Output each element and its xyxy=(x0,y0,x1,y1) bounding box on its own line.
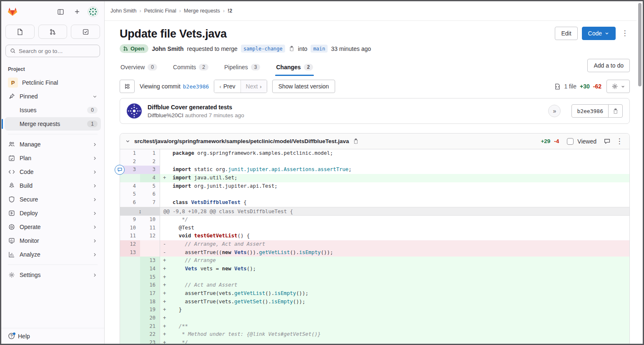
new-line-number[interactable]: 5 xyxy=(140,182,160,191)
expand-commit-details-button[interactable]: » xyxy=(548,105,561,117)
sidebar-item-pinned[interactable]: Pinned xyxy=(5,90,101,103)
copy-file-path-icon[interactable] xyxy=(353,138,359,144)
old-line-number[interactable]: 4 xyxy=(120,182,140,191)
sidebar-item-code[interactable]: Code xyxy=(5,165,101,179)
todo-list-shortcut-button[interactable] xyxy=(71,25,100,39)
next-commit-button[interactable]: Next› xyxy=(241,80,267,93)
copy-sha-icon[interactable] xyxy=(608,105,622,117)
new-line-number[interactable]: 20 xyxy=(140,314,160,322)
tab-pipelines[interactable]: Pipelines3 xyxy=(223,61,261,76)
sidebar-item-issues[interactable]: Issues0 xyxy=(5,103,101,117)
file-browser-toggle-button[interactable] xyxy=(120,80,135,93)
add-comment-bubble-icon[interactable] xyxy=(115,165,125,175)
breadcrumb-item[interactable]: Merge requests xyxy=(184,8,220,14)
merge-requests-shortcut-button[interactable] xyxy=(38,25,68,39)
new-line-number[interactable]: 6 xyxy=(140,190,160,199)
old-line-number[interactable] xyxy=(120,290,140,298)
gitlab-logo[interactable] xyxy=(7,6,18,17)
new-line-number[interactable]: 4 xyxy=(140,174,160,182)
more-actions-kebab[interactable]: ⋮ xyxy=(620,27,630,40)
file-comment-icon[interactable] xyxy=(604,138,611,145)
file-options-kebab[interactable]: ⋮ xyxy=(614,135,624,148)
new-line-number[interactable]: 2 xyxy=(140,158,160,166)
breadcrumb-item[interactable]: Petclinic Final xyxy=(144,8,176,14)
new-line-number[interactable] xyxy=(140,240,160,249)
add-todo-button[interactable]: Add a to do xyxy=(587,59,630,72)
sidebar-item-analyze[interactable]: Analyze xyxy=(5,248,101,261)
old-line-number[interactable] xyxy=(120,281,140,290)
commit-title[interactable]: Diffblue Cover generated tests xyxy=(148,104,542,111)
breadcrumb-item[interactable]: John Smith xyxy=(110,8,137,14)
collapse-file-chevron-icon[interactable] xyxy=(125,139,130,144)
sidebar-item-manage[interactable]: Manage xyxy=(5,138,101,151)
diff-settings-dropdown[interactable] xyxy=(606,80,630,93)
old-line-number[interactable]: 9 xyxy=(120,216,140,224)
user-avatar[interactable] xyxy=(88,6,98,17)
new-line-number[interactable]: 3 xyxy=(140,166,160,174)
sidebar-item-operate[interactable]: Operate xyxy=(5,220,101,234)
mr-author[interactable]: John Smith xyxy=(152,45,183,52)
old-line-number[interactable] xyxy=(120,265,140,273)
commit-author[interactable]: Diffblue%20CI xyxy=(148,112,183,118)
tab-changes[interactable]: Changes2 xyxy=(275,61,314,76)
sidebar-item-build[interactable]: Build xyxy=(5,179,101,192)
new-line-number[interactable]: 10 xyxy=(140,216,160,224)
breadcrumb-item[interactable]: !2 xyxy=(228,8,232,14)
target-branch-badge[interactable]: main xyxy=(311,45,328,53)
old-line-number[interactable] xyxy=(120,257,140,265)
file-path[interactable]: src/test/java/org/springframework/sample… xyxy=(134,138,349,144)
old-line-number[interactable]: 12 xyxy=(120,240,140,249)
issues-shortcut-button[interactable] xyxy=(5,25,35,39)
old-line-number[interactable] xyxy=(120,339,140,344)
copy-branch-icon[interactable] xyxy=(288,45,295,52)
old-line-number[interactable] xyxy=(120,306,140,314)
old-line-number[interactable]: 10 xyxy=(120,224,140,232)
new-line-number[interactable]: 21 xyxy=(140,322,160,331)
new-line-number[interactable]: 15 xyxy=(140,273,160,282)
old-line-number[interactable]: 6 xyxy=(120,199,140,207)
sidebar-item-merge-requests[interactable]: Merge requests1 xyxy=(5,117,101,131)
sidebar-item-help[interactable]: Help xyxy=(1,328,104,344)
tab-overview[interactable]: Overview0 xyxy=(120,61,158,76)
code-dropdown-button[interactable]: Code xyxy=(582,27,616,40)
new-line-number[interactable]: 19 xyxy=(140,306,160,314)
new-line-number[interactable]: 18 xyxy=(140,298,160,306)
show-latest-version-button[interactable]: Show latest version xyxy=(272,80,335,93)
old-line-number[interactable] xyxy=(120,273,140,282)
old-line-number[interactable] xyxy=(120,314,140,322)
new-line-number[interactable]: 16 xyxy=(140,281,160,290)
old-line-number[interactable] xyxy=(120,174,140,182)
sidebar-item-secure[interactable]: Secure xyxy=(5,193,101,206)
new-line-number[interactable]: 7 xyxy=(140,199,160,207)
new-line-number[interactable]: 14 xyxy=(140,265,160,273)
viewed-checkbox[interactable] xyxy=(567,138,574,145)
sidebar-item-monitor[interactable]: Monitor xyxy=(5,234,101,247)
new-line-number[interactable] xyxy=(140,249,160,257)
prev-commit-button[interactable]: ‹Prev xyxy=(214,80,240,93)
old-line-number[interactable]: 11 xyxy=(120,232,140,240)
old-line-number[interactable]: 3 xyxy=(120,166,140,174)
scrollbar-thumb[interactable] xyxy=(638,3,641,86)
old-line-number[interactable]: 1 xyxy=(120,149,140,158)
sidebar-toggle-icon[interactable] xyxy=(54,5,67,18)
tab-commits[interactable]: Commits2 xyxy=(172,61,209,76)
old-line-number[interactable] xyxy=(120,298,140,306)
new-line-number[interactable]: 1 xyxy=(140,149,160,158)
old-line-number[interactable] xyxy=(120,330,140,339)
old-line-number[interactable] xyxy=(120,322,140,331)
viewing-commit-sha-link[interactable]: b2ee3986 xyxy=(183,83,209,90)
sidebar-item-settings[interactable]: Settings xyxy=(5,268,101,282)
new-line-number[interactable]: 22 xyxy=(140,330,160,339)
source-branch-badge[interactable]: sample-change xyxy=(241,45,285,53)
old-line-number[interactable]: 2 xyxy=(120,158,140,166)
old-line-number[interactable]: 5 xyxy=(120,190,140,199)
search-input[interactable]: Search or go to… xyxy=(5,45,100,57)
new-line-number[interactable]: 11 xyxy=(140,224,160,232)
sidebar-item-plan[interactable]: Plan xyxy=(5,151,101,165)
new-line-number[interactable]: 17 xyxy=(140,290,160,298)
new-line-number[interactable]: 12 xyxy=(140,232,160,240)
new-line-number[interactable]: 23 xyxy=(140,339,160,344)
expand-lines-button[interactable]: ↕ xyxy=(120,207,160,216)
sidebar-item-deploy[interactable]: Deploy xyxy=(5,206,101,220)
old-line-number[interactable]: 13 xyxy=(120,249,140,257)
